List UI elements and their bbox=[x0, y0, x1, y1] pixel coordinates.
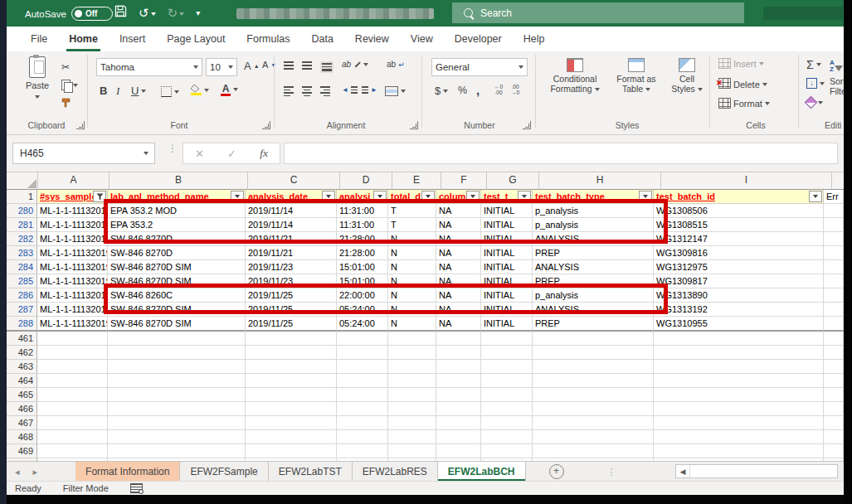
cell-empty-467-4[interactable] bbox=[337, 416, 388, 430]
merge-dropdown-icon[interactable] bbox=[401, 90, 406, 93]
cell-empty-466-8[interactable] bbox=[533, 402, 654, 416]
clipboard-dialog-launcher-icon[interactable] bbox=[76, 121, 85, 129]
select-all-corner[interactable] bbox=[7, 172, 38, 190]
column-header-H[interactable]: H bbox=[539, 172, 661, 190]
row-header-466[interactable]: 466 bbox=[7, 402, 37, 416]
format-table-dropdown-icon[interactable] bbox=[645, 88, 650, 91]
format-dropdown-icon[interactable] bbox=[765, 102, 770, 105]
cell-B285[interactable]: SW-846 8270D SIM bbox=[108, 274, 246, 288]
cell-empty-465-4[interactable] bbox=[337, 388, 388, 402]
font-name-combo[interactable]: Tahoma bbox=[96, 58, 202, 76]
row-header-1[interactable]: 1 bbox=[7, 190, 37, 204]
orientation-dropdown-icon[interactable] bbox=[363, 63, 368, 66]
cell-empty-466-9[interactable] bbox=[654, 402, 824, 416]
cell-J283[interactable] bbox=[824, 246, 844, 260]
underline-button[interactable]: U bbox=[131, 85, 146, 97]
row-header-465[interactable]: 465 bbox=[7, 388, 37, 402]
middle-align-button[interactable] bbox=[302, 61, 312, 70]
search-box[interactable]: Search bbox=[452, 2, 744, 23]
cell-E284[interactable]: N bbox=[388, 260, 436, 274]
cell-H283[interactable]: PREP bbox=[533, 246, 654, 260]
cell-C285[interactable]: 2019/11/23 bbox=[246, 274, 337, 288]
cell-empty-467-2[interactable] bbox=[108, 416, 246, 430]
cell-F287[interactable]: NA bbox=[436, 303, 481, 317]
font-size-combo[interactable]: 10 bbox=[206, 58, 237, 76]
increase-decimal-button[interactable]: ←0.00 bbox=[494, 85, 503, 95]
autosum-dropdown-icon[interactable] bbox=[816, 63, 821, 66]
header-cell-A1[interactable]: #sys_sample bbox=[37, 190, 108, 204]
cell-G287[interactable]: INITIAL bbox=[481, 303, 533, 317]
cell-A283[interactable]: ML-1-1-11132019 bbox=[37, 246, 108, 260]
font-color-button[interactable]: A bbox=[221, 83, 238, 96]
cell-B286[interactable]: SW-846 8260C bbox=[108, 288, 246, 303]
filter-applied-button-A[interactable] bbox=[93, 191, 106, 202]
cell-empty-464-1[interactable] bbox=[37, 374, 108, 388]
cell-G281[interactable]: INITIAL bbox=[481, 218, 533, 232]
column-header-E[interactable]: E bbox=[392, 172, 441, 190]
undo-dropdown-icon[interactable] bbox=[151, 12, 156, 16]
cell-empty-467-7[interactable] bbox=[481, 416, 533, 430]
cell-empty-468-7[interactable] bbox=[481, 430, 533, 444]
ribbon-tab-page-layout[interactable]: Page Layout bbox=[156, 27, 236, 51]
cell-E285[interactable]: N bbox=[388, 274, 436, 288]
cell-empty-465-7[interactable] bbox=[481, 388, 533, 402]
cell-D286[interactable]: 22:00:00 bbox=[337, 288, 388, 303]
orientation-button[interactable]: ab bbox=[342, 60, 368, 69]
underline-dropdown-icon[interactable] bbox=[141, 90, 146, 93]
cell-D282[interactable]: 21:28:00 bbox=[337, 232, 388, 246]
cell-C282[interactable]: 2019/11/21 bbox=[246, 232, 337, 246]
redo-button[interactable]: ↻ bbox=[168, 3, 185, 23]
enter-icon[interactable]: ✓ bbox=[227, 148, 236, 160]
formula-bar-handle[interactable]: ⋮ bbox=[168, 146, 178, 151]
cell-empty-466-5[interactable] bbox=[388, 402, 436, 416]
cell-G285[interactable]: INITIAL bbox=[481, 274, 533, 288]
scroll-left-icon[interactable]: ◀ bbox=[676, 465, 690, 477]
cell-E281[interactable]: T bbox=[388, 218, 436, 232]
increase-font-button[interactable]: A▲ bbox=[244, 60, 260, 72]
ribbon-tab-insert[interactable]: Insert bbox=[109, 27, 156, 51]
redo-dropdown-icon[interactable] bbox=[179, 12, 184, 16]
cell-A284[interactable]: ML-1-1-11132019 bbox=[37, 260, 108, 274]
number-format-combo[interactable]: General bbox=[431, 58, 528, 76]
row-header-469[interactable]: 469 bbox=[7, 444, 37, 458]
header-cell-H1[interactable]: test_batch_type bbox=[533, 190, 654, 204]
cell-D283[interactable]: 21:28:00 bbox=[337, 246, 388, 260]
cell-E283[interactable]: N bbox=[388, 246, 436, 260]
cell-J281[interactable] bbox=[824, 218, 844, 232]
cell-D284[interactable]: 15:01:00 bbox=[337, 260, 388, 274]
cell-empty-464-10[interactable] bbox=[824, 374, 844, 388]
row-header-463[interactable]: 463 bbox=[7, 360, 37, 374]
sheet-nav-right-icon[interactable]: ▸ bbox=[33, 467, 38, 477]
header-cell-D1[interactable]: analysi bbox=[337, 190, 388, 204]
format-painter-button[interactable] bbox=[61, 98, 72, 108]
borders-button[interactable] bbox=[161, 86, 179, 97]
header-cell-B1[interactable]: lab_anl_method_name bbox=[108, 190, 246, 204]
conditional-formatting-button[interactable]: Conditional Formatting bbox=[546, 58, 604, 94]
cell-empty-463-8[interactable] bbox=[533, 360, 654, 374]
cell-A286[interactable]: ML-1-1-11132019 bbox=[37, 288, 108, 303]
cell-J282[interactable] bbox=[824, 232, 844, 246]
cell-empty-461-4[interactable] bbox=[337, 332, 388, 346]
cell-empty-464-7[interactable] bbox=[481, 374, 533, 388]
cell-A281[interactable]: ML-1-1-11132019 bbox=[37, 218, 108, 232]
percent-style-button[interactable]: % bbox=[458, 85, 467, 96]
filter-dropdown-button-I[interactable] bbox=[809, 191, 822, 202]
cell-H284[interactable]: ANALYSIS bbox=[533, 260, 654, 274]
cell-A285[interactable]: ML-1-1-11132019 bbox=[37, 274, 108, 288]
cell-empty-468-2[interactable] bbox=[108, 430, 246, 444]
row-header-287[interactable]: 287 bbox=[7, 303, 37, 317]
header-cell-F1[interactable]: column bbox=[436, 190, 481, 204]
fill-button[interactable]: ↓ bbox=[806, 78, 825, 89]
cell-empty-469-6[interactable] bbox=[436, 444, 481, 458]
undo-button[interactable]: ↺ bbox=[139, 3, 156, 23]
cell-empty-462-3[interactable] bbox=[246, 346, 337, 360]
cell-F283[interactable]: NA bbox=[436, 246, 481, 260]
cell-E286[interactable]: N bbox=[388, 288, 436, 303]
cell-A288[interactable]: ML-1-1-11132019 bbox=[37, 317, 108, 332]
cell-G286[interactable]: INITIAL bbox=[481, 288, 533, 303]
cell-empty-469-5[interactable] bbox=[388, 444, 436, 458]
sheet-tab-efw2labres[interactable]: EFW2LabRES bbox=[353, 462, 438, 482]
cell-J286[interactable] bbox=[824, 288, 844, 303]
paste-dropdown-icon[interactable] bbox=[35, 95, 40, 99]
clear-button[interactable] bbox=[806, 98, 823, 107]
